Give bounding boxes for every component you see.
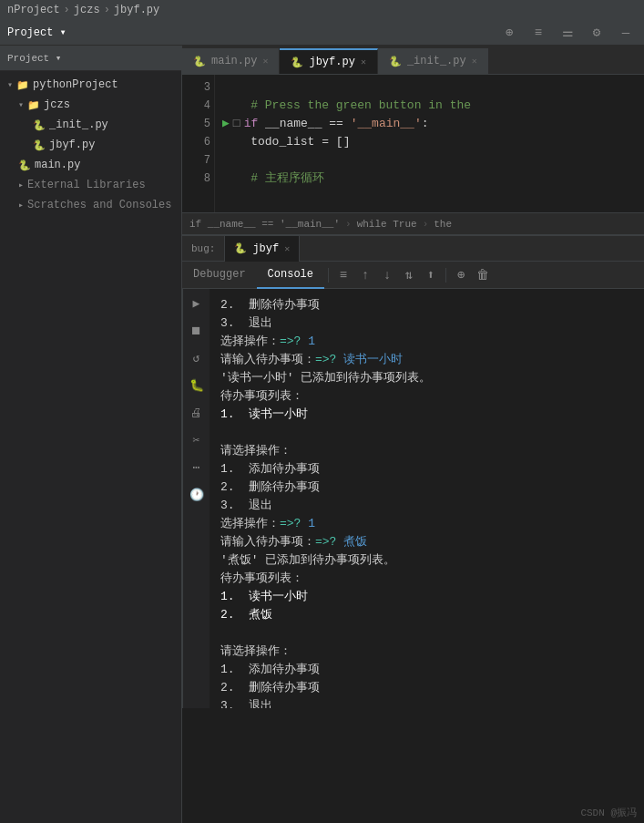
tab-init[interactable]: 🐍 _init_.py ✕ — [378, 48, 489, 74]
code-content[interactable]: # Press the green button in the ▶ □ if _… — [215, 75, 644, 212]
content-area: 🐍 main.py ✕ 🐍 jbyf.py ✕ 🐍 _init_.py ✕ 3 … — [182, 46, 644, 823]
editor-tabs: 🐍 main.py ✕ 🐍 jbyf.py ✕ 🐍 _init_.py ✕ — [182, 46, 644, 75]
menu-icons: ⊕ ≡ ⚌ ⚙ — — [498, 22, 637, 44]
code-line-5: ▶ □ if __name__ == '__main__' : — [222, 115, 637, 133]
console-output[interactable]: 2. 删除待办事项 3. 退出 选择操作：=>? 1 请输入待办事项：=>? 读… — [210, 289, 644, 708]
console-line: 待办事项列表： — [220, 570, 633, 588]
tab-jbyf-close[interactable]: ✕ — [361, 57, 366, 67]
console-line: '煮饭' 已添加到待办事项列表。 — [220, 551, 633, 570]
file-icon: 🐍 — [18, 159, 31, 171]
icon-list-view[interactable]: ≡ — [332, 264, 354, 286]
toolbar-sep2 — [445, 268, 446, 283]
console-line: 3. 退出 — [220, 314, 633, 333]
menu-project[interactable]: Project ▾ — [7, 26, 66, 39]
sidebar: Project ▾ ▾ 📁 pythonProject ▾ 📁 jczs 🐍 _… — [0, 46, 182, 823]
icon-minimize[interactable]: — — [615, 22, 637, 44]
console-line: 2. 删除待办事项 — [220, 679, 633, 697]
tree-jczs[interactable]: ▾ 📁 jczs — [0, 95, 181, 115]
icon-down[interactable]: ↓ — [376, 264, 398, 286]
side-icon-debug[interactable]: 🐛 — [186, 375, 208, 396]
debug-file-tab[interactable]: 🐍 jbyf ✕ — [224, 236, 300, 262]
line-numbers: 3 4 5 6 7 8 — [182, 75, 215, 212]
debug-file-icon: 🐍 — [234, 242, 247, 254]
console-container: ▶ ⏹ ↺ 🐛 🖨 ✂ ⋯ 🕐 2. 删除待办事项 3. 退出 选择操作：=>?… — [182, 289, 644, 708]
main-layout: Project ▾ ▾ 📁 pythonProject ▾ 📁 jczs 🐍 _… — [0, 46, 644, 823]
code-line-8: # 主程序循环 — [222, 170, 637, 188]
side-icon-scissors[interactable]: ✂ — [186, 429, 208, 451]
console-line-empty — [220, 624, 633, 643]
tab-jbyf[interactable]: 🐍 jbyf.py ✕ — [280, 48, 377, 74]
icon-delete[interactable]: 🗑 — [472, 264, 494, 286]
tree-ext-lib[interactable]: ▸ External Libraries — [0, 175, 181, 195]
side-icon-print[interactable]: 🖨 — [186, 402, 208, 424]
icon-up2[interactable]: ⬆ — [420, 264, 442, 286]
bread-part3: the — [434, 219, 452, 230]
console-line: 选择操作：=>? 1 — [220, 333, 633, 351]
title-folder: jczs — [74, 4, 100, 16]
console-line: '读书一小时' 已添加到待办事项列表。 — [220, 369, 633, 387]
console-line: 1. 添加待办事项 — [220, 460, 633, 478]
side-icon-rerun[interactable]: ↺ — [186, 347, 208, 369]
console-line: 2. 删除待办事项 — [220, 296, 633, 314]
side-icons: ▶ ⏹ ↺ 🐛 🖨 ✂ ⋯ 🕐 — [182, 289, 210, 708]
icon-up[interactable]: ↑ — [354, 264, 376, 286]
run-arrow-icon: ▶ — [222, 115, 230, 133]
title-file: jbyf.py — [114, 4, 159, 16]
console-line: 3. 退出 — [220, 497, 633, 515]
debug-file-close[interactable]: ✕ — [284, 243, 290, 254]
tree-scratches[interactable]: ▸ Scratches and Consoles — [0, 195, 181, 215]
debug-toolbar: Debugger Console ≡ ↑ ↓ ⇅ ⬆ ⊕ 🗑 — [182, 262, 644, 289]
tab-jbyf-icon: 🐍 — [291, 57, 303, 68]
bread-part2: while True — [357, 219, 417, 230]
console-line: 请输入待办事项：=>? 读书一小时 — [220, 351, 633, 369]
arrow-icon: ▸ — [18, 180, 24, 190]
ln-6: 6 — [189, 133, 210, 151]
console-line: 选择操作：=>? 1 — [220, 515, 633, 533]
sidebar-header: Project ▾ — [0, 46, 181, 71]
arrow-icon: ▾ — [7, 79, 13, 90]
icon-updown[interactable]: ⇅ — [398, 264, 420, 286]
side-icon-clock[interactable]: 🕐 — [186, 484, 208, 506]
tree-jbyf[interactable]: 🐍 jbyf.py — [0, 135, 181, 155]
tree-scratches-label: Scratches and Consoles — [27, 199, 171, 211]
icon-settings[interactable]: ⚙ — [586, 22, 608, 44]
side-icon-run[interactable]: ▶ — [186, 293, 208, 314]
console-line: 1. 添加待办事项 — [220, 661, 633, 679]
tree-jczs-label: jczs — [44, 98, 70, 111]
ln-5: 5 — [189, 115, 210, 133]
file-icon: 🐍 — [33, 139, 46, 151]
editor-area: 3 4 5 6 7 8 # Press the green button in … — [182, 75, 644, 234]
console-line: 1. 读书一小时 — [220, 588, 633, 606]
editor-content: 3 4 5 6 7 8 # Press the green button in … — [182, 75, 644, 212]
side-icon-more[interactable]: ⋯ — [186, 457, 208, 478]
tree-init[interactable]: 🐍 _init_.py — [0, 115, 181, 135]
bread-part1: if __name__ == '__main__' — [189, 219, 340, 230]
tab-main-close[interactable]: ✕ — [262, 56, 268, 67]
console-line: 请选择操作： — [220, 442, 633, 460]
ln-8: 8 — [189, 170, 210, 188]
side-icon-stop[interactable]: ⏹ — [186, 320, 208, 342]
tab-init-icon: 🐍 — [389, 56, 402, 67]
console-line: 请输入待办事项：=>? 煮饭 — [220, 533, 633, 551]
tree-root-label: pythonProject — [33, 78, 118, 91]
tab-console[interactable]: Console — [257, 262, 324, 289]
icon-list[interactable]: ≡ — [527, 22, 549, 44]
watermark: CSDN @振冯 — [580, 806, 637, 819]
tab-init-close[interactable]: ✕ — [472, 56, 477, 67]
toolbar-sep1 — [328, 268, 329, 283]
tab-main[interactable]: 🐍 main.py ✕ — [182, 48, 280, 74]
code-line-7 — [222, 151, 637, 170]
debug-panel: bug: 🐍 jbyf ✕ Debugger Console ≡ ↑ ↓ — [182, 234, 644, 708]
icon-add[interactable]: ⊕ — [450, 264, 472, 286]
icon-list2[interactable]: ⚌ — [557, 22, 578, 44]
debug-file-name: jbyf — [252, 242, 279, 255]
console-line: 请选择操作： — [220, 643, 633, 661]
icon-structure[interactable]: ⊕ — [498, 22, 520, 44]
code-line-6: todo_list = [] — [222, 133, 637, 151]
tab-debugger[interactable]: Debugger — [182, 262, 257, 289]
tree-root[interactable]: ▾ 📁 pythonProject — [0, 75, 181, 95]
folder-icon: 📁 — [27, 99, 40, 111]
file-icon: 🐍 — [33, 119, 46, 131]
tab-main-label: main.py — [211, 55, 257, 67]
tree-main[interactable]: 🐍 main.py — [0, 155, 181, 175]
